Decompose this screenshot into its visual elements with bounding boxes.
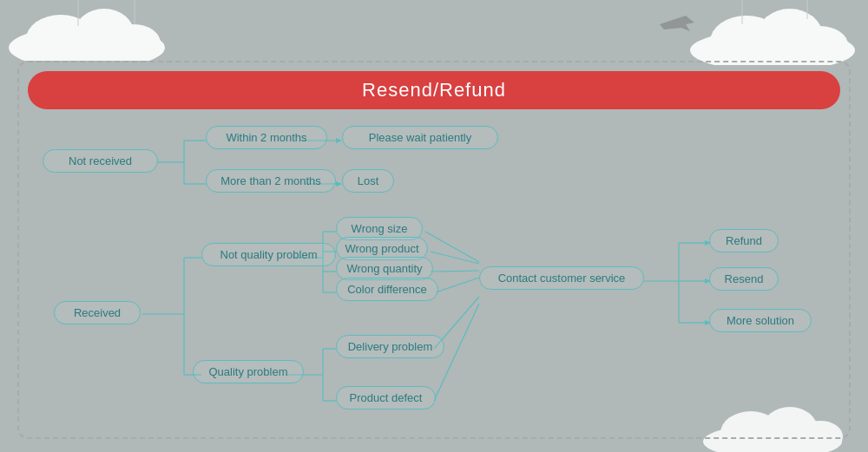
svg-marker-16 <box>660 16 694 31</box>
svg-line-40 <box>431 252 479 264</box>
title-bar: Resend/Refund <box>28 71 840 109</box>
svg-marker-22 <box>336 138 342 143</box>
wrong-quantity-node: Wrong quantity <box>336 257 433 280</box>
more-solution-node: More solution <box>709 309 812 332</box>
svg-line-42 <box>436 278 479 292</box>
more-than-2-months-node: More than 2 months <box>206 169 336 193</box>
contact-customer-node: Contact customer service <box>479 266 644 290</box>
refund-node: Refund <box>709 229 779 252</box>
delivery-problem-node: Delivery problem <box>336 335 444 358</box>
svg-line-39 <box>425 232 479 262</box>
within-2-months-node: Within 2 months <box>206 126 327 149</box>
main-container: Resend/Refund <box>17 61 851 439</box>
svg-line-41 <box>431 271 479 272</box>
svg-point-3 <box>108 24 161 61</box>
title-text: Resend/Refund <box>362 79 506 102</box>
please-wait-node: Please wait patiently <box>342 126 498 149</box>
lost-node: Lost <box>342 169 394 193</box>
color-difference-node: Color difference <box>336 278 438 301</box>
not-quality-node: Not quality problem <box>201 243 336 266</box>
svg-marker-24 <box>336 181 342 187</box>
svg-point-9 <box>792 26 848 64</box>
quality-node: Quality problem <box>193 360 304 383</box>
not-received-node: Not received <box>43 149 158 173</box>
received-node: Received <box>54 301 141 324</box>
resend-node: Resend <box>709 267 779 291</box>
product-defect-node: Product defect <box>336 386 436 409</box>
